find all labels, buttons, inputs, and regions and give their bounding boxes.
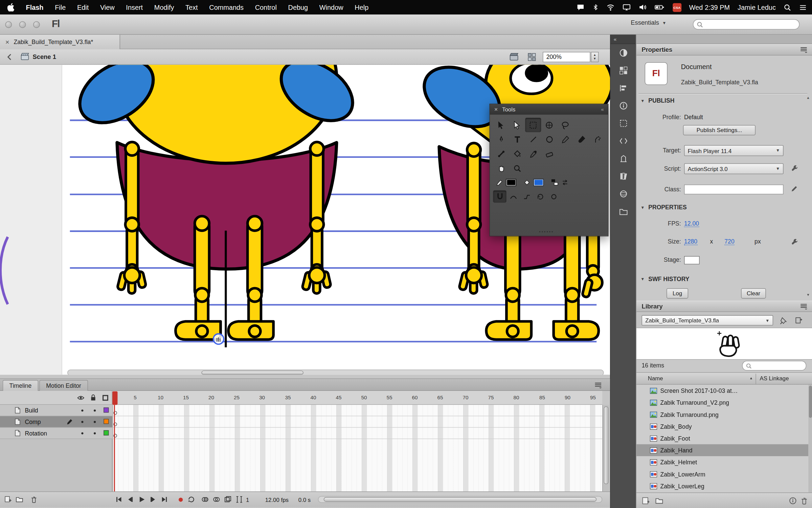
spotlight-search-icon[interactable] [784,3,791,11]
panel-resize-grip[interactable]: •••••• [539,230,554,234]
project-panel-icon[interactable] [611,203,637,220]
stage-h-scrollbar-thumb[interactable] [201,371,303,375]
swap-colors-button[interactable] [561,179,568,186]
menu-item-commands[interactable]: Commands [209,3,244,11]
library-item[interactable]: Zabik_Helmet [636,456,808,468]
menu-item-modify[interactable]: Modify [154,3,174,11]
zoom-stepper[interactable]: ▲ ▼ [591,52,599,62]
scroll-up-icon[interactable]: ▲ [806,96,810,100]
class-edit-pencil-icon[interactable] [791,185,798,192]
script-select[interactable]: ActionScript 3.0 ▼ [684,163,784,174]
menu-clock[interactable]: Wed 2:39 PM [689,3,730,11]
edit-scene-button[interactable] [510,52,519,62]
goto-first-frame-button[interactable] [115,495,123,503]
size-settings-wrench-icon[interactable] [791,238,798,246]
modify-markers-button[interactable] [235,495,243,503]
layer-row-comp[interactable]: Comp [0,416,112,428]
timeline-h-scrollbar[interactable] [318,496,602,503]
panel-menu-icon[interactable] [800,47,807,53]
onion-skin-outlines-button[interactable] [212,495,221,503]
clear-button[interactable]: Clear [741,288,766,299]
menu-item-control[interactable]: Control [255,3,277,11]
item-properties-button[interactable] [789,496,797,505]
show-hide-all-layers-icon[interactable] [77,395,84,401]
layer-name[interactable]: Build [25,407,38,413]
pin-library-icon[interactable] [780,317,787,324]
snap-to-objects-toggle[interactable] [493,190,506,203]
tab-motion-editor[interactable]: Motion Editor [39,380,88,391]
chat-icon[interactable] [576,3,584,11]
library-item[interactable]: Screen Shot 2017-10-03 at… [636,385,808,397]
goto-last-frame-button[interactable] [160,495,168,503]
size-height-value[interactable]: 720 [724,238,734,245]
timeline-v-scrollbar[interactable] [602,405,609,491]
apple-menu-icon[interactable] [7,3,14,11]
properties-section-header[interactable]: ▼ PROPERTIES [640,204,686,210]
library-item[interactable]: Zabik_Body [636,420,808,432]
close-icon[interactable]: ✕ [5,39,9,45]
battery-icon[interactable] [654,3,665,11]
hand-tool[interactable] [493,161,509,176]
outline-all-layers-icon[interactable] [102,395,109,401]
window-minimize-button[interactable] [19,21,26,28]
column-name-header[interactable]: Name [648,375,663,381]
log-button[interactable]: Log [667,288,688,299]
edit-symbols-button[interactable] [527,52,537,62]
subselection-tool[interactable] [509,118,525,132]
layer-name[interactable]: Rotation [25,430,47,436]
stage-h-scrollbar[interactable] [67,369,604,375]
timeline-ruler[interactable]: 5 10 15 20 25 30 35 40 45 50 55 60 65 70… [112,391,602,405]
publish-section-header[interactable]: ▼ PUBLISH [640,98,674,104]
library-stack-panel-icon[interactable] [611,167,637,185]
scene-name[interactable]: Scene 1 [32,54,56,61]
column-linkage-header[interactable]: AS Linkage [760,375,789,381]
info-panel-icon[interactable] [611,97,637,114]
stage-color-swatch[interactable] [684,256,700,264]
layer-visibility-dot[interactable] [81,421,83,423]
smooth-option-button[interactable] [506,190,520,203]
deco-tool[interactable] [589,132,605,147]
size-width-value[interactable]: 1280 [684,238,697,245]
library-item[interactable]: Zabik_LowerLeg [636,480,808,492]
frame-grid[interactable] [112,405,602,491]
library-search-field[interactable] [742,361,806,371]
menu-item-view[interactable]: View [100,3,115,11]
search-input[interactable] [703,20,799,28]
csa-badge-icon[interactable]: CSA [673,3,681,12]
layer-outline-color[interactable] [104,419,109,424]
stroke-color-swatch[interactable] [506,179,516,186]
library-item[interactable]: Zabik Turnaround.png [636,408,808,420]
eyedropper-tool[interactable] [525,147,541,161]
library-item[interactable]: Zabik Turnaround_V2.png [636,397,808,408]
onion-skin-button[interactable] [201,495,209,503]
library-search-input[interactable] [752,362,806,369]
properties-panel-header[interactable]: Properties [636,44,812,56]
current-frame-display[interactable]: 1 [243,496,251,503]
new-symbol-button[interactable] [641,496,650,505]
sort-ascending-icon[interactable]: ▲ [749,376,753,380]
close-icon[interactable]: ✕ [494,107,498,112]
layer-lock-dot[interactable] [94,409,96,411]
back-arrow-icon[interactable] [6,54,13,61]
collapse-icon[interactable]: « [601,106,604,112]
scale-option-button[interactable] [547,190,560,203]
menu-item-insert[interactable]: Insert [126,3,143,11]
transform-panel-icon[interactable] [611,114,637,132]
swf-history-section-header[interactable]: ▼ SWF HISTORY [640,276,689,282]
new-library-panel-icon[interactable] [795,317,803,324]
window-close-button[interactable] [5,21,12,28]
layer-row-rotation[interactable]: Rotation [0,428,112,439]
scroll-down-icon[interactable]: ▼ [806,293,810,297]
menu-item-help[interactable]: Help [355,3,368,11]
wifi-icon[interactable] [606,3,614,11]
rotate-option-button[interactable] [534,190,547,203]
code-snippets-panel-icon[interactable] [611,132,637,150]
publish-settings-button[interactable]: Publish Settings... [683,125,755,135]
library-item-selected[interactable]: Zabik_Hand [636,444,808,456]
collapse-dock-icon[interactable]: « [614,36,617,42]
library-scrollbar-thumb[interactable] [809,386,812,418]
menu-item-window[interactable]: Window [319,3,343,11]
free-transform-tool[interactable] [525,118,541,132]
display-icon[interactable] [622,3,630,11]
zoom-input[interactable] [543,52,590,62]
